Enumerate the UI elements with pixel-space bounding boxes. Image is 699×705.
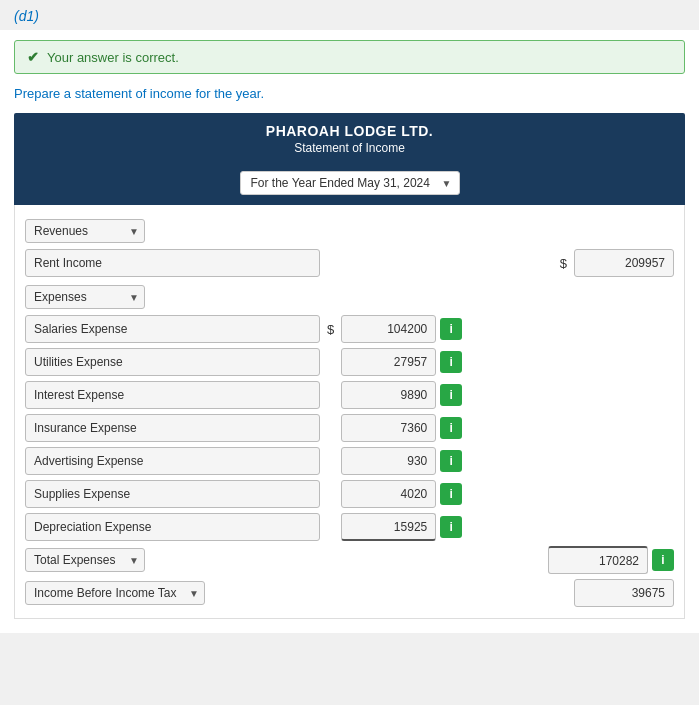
instruction-highlight: income (150, 86, 192, 101)
salaries-expense-label[interactable] (25, 315, 320, 343)
advertising-expense-label[interactable] (25, 447, 320, 475)
utilities-expense-row: $ i (25, 348, 674, 376)
expenses-select-wrapper[interactable]: Expenses (25, 285, 145, 309)
utilities-expense-label[interactable] (25, 348, 320, 376)
instruction-after: for the year. (192, 86, 264, 101)
advertising-expense-value[interactable] (341, 447, 436, 475)
rent-income-row: $ (25, 249, 674, 277)
instruction-before: Prepare a statement of (14, 86, 150, 101)
instruction-text: Prepare a statement of income for the ye… (14, 86, 685, 101)
total-expenses-info-button[interactable]: i (652, 549, 674, 571)
depreciation-expense-label[interactable] (25, 513, 320, 541)
expenses-select[interactable]: Expenses (25, 285, 145, 309)
revenues-section-row: Revenues (25, 219, 674, 243)
supplies-expense-value[interactable] (341, 480, 436, 508)
revenues-select-wrapper[interactable]: Revenues (25, 219, 145, 243)
statement-container: PHAROAH LODGE LTD. Statement of Income F… (14, 113, 685, 619)
total-expenses-row: Total Expenses i (25, 546, 674, 574)
interest-expense-value[interactable] (341, 381, 436, 409)
advertising-info-button[interactable]: i (440, 450, 462, 472)
depreciation-info-button[interactable]: i (440, 516, 462, 538)
rent-income-label[interactable] (25, 249, 320, 277)
insurance-info-button[interactable]: i (440, 417, 462, 439)
revenues-select[interactable]: Revenues (25, 219, 145, 243)
total-expenses-value[interactable] (548, 546, 648, 574)
company-name: PHAROAH LODGE LTD. (24, 123, 675, 139)
page-header: (d1) (0, 0, 699, 30)
income-before-tax-select[interactable]: Income Before Income Tax (25, 581, 205, 605)
success-message: Your answer is correct. (47, 50, 179, 65)
statement-title: Statement of Income (24, 141, 675, 155)
success-banner: ✔ Your answer is correct. (14, 40, 685, 74)
income-before-tax-row: Income Before Income Tax (25, 579, 674, 607)
supplies-expense-row: $ i (25, 480, 674, 508)
date-select[interactable]: For the Year Ended May 31, 2024 (240, 171, 460, 195)
income-before-tax-value[interactable] (574, 579, 674, 607)
salaries-expense-value[interactable] (341, 315, 436, 343)
date-select-wrapper[interactable]: For the Year Ended May 31, 2024 (240, 171, 460, 195)
salaries-expense-row: $ i (25, 315, 674, 343)
total-expenses-select-wrapper[interactable]: Total Expenses (25, 548, 145, 572)
date-row: For the Year Ended May 31, 2024 (14, 165, 685, 205)
utilities-info-button[interactable]: i (440, 351, 462, 373)
interest-info-button[interactable]: i (440, 384, 462, 406)
interest-expense-row: $ i (25, 381, 674, 409)
dollar-sign-expenses: $ (327, 322, 334, 337)
utilities-expense-value[interactable] (341, 348, 436, 376)
advertising-expense-row: $ i (25, 447, 674, 475)
salaries-info-button[interactable]: i (440, 318, 462, 340)
depreciation-expense-value[interactable] (341, 513, 436, 541)
dollar-sign-revenue: $ (560, 256, 567, 271)
expenses-section-row: Expenses (25, 285, 674, 309)
table-area: Revenues $ Expenses (14, 205, 685, 619)
main-content: ✔ Your answer is correct. Prepare a stat… (0, 30, 699, 633)
checkmark-icon: ✔ (27, 49, 39, 65)
supplies-expense-label[interactable] (25, 480, 320, 508)
supplies-info-button[interactable]: i (440, 483, 462, 505)
income-before-tax-select-wrapper[interactable]: Income Before Income Tax (25, 581, 205, 605)
insurance-expense-value[interactable] (341, 414, 436, 442)
rent-income-value[interactable] (574, 249, 674, 277)
insurance-expense-row: $ i (25, 414, 674, 442)
statement-header: PHAROAH LODGE LTD. Statement of Income (14, 113, 685, 165)
insurance-expense-label[interactable] (25, 414, 320, 442)
interest-expense-label[interactable] (25, 381, 320, 409)
problem-id: (d1) (14, 8, 39, 24)
total-expenses-select[interactable]: Total Expenses (25, 548, 145, 572)
depreciation-expense-row: $ i (25, 513, 674, 541)
